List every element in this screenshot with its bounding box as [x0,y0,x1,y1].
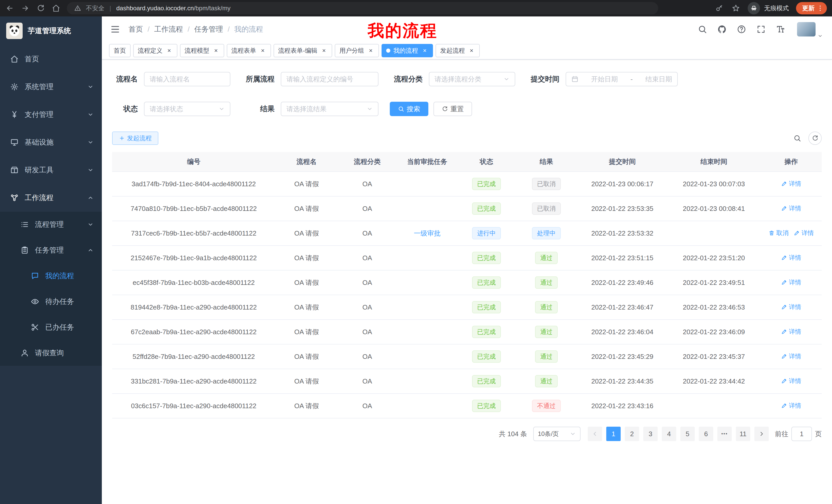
page-button-11[interactable]: 11 [736,427,750,441]
cell-result: 已取消 [515,172,578,196]
prev-page-button[interactable] [588,427,602,441]
page-size-select[interactable]: 10条/页 [533,427,580,441]
browser-back-icon[interactable] [5,4,15,13]
breadcrumb-item[interactable]: 工作流程 [154,24,183,34]
status-select[interactable]: 请选择状态 [144,102,230,116]
security-label: 不安全 [86,4,104,12]
page-content: 流程名所属流程流程分类请选择流程分类提交时间开始日期-结束日期状态请选择状态结果… [102,60,832,504]
tab-user-group[interactable]: 用户分组× [335,44,379,57]
breadcrumb-separator: / [148,25,150,33]
start-process-button[interactable]: 发起流程 [112,132,158,145]
close-icon[interactable]: × [367,47,374,54]
separator: | [109,5,111,12]
next-page-button[interactable] [754,427,769,441]
sidebar-item-infra[interactable]: 基础设施 [0,129,102,156]
page-button-3[interactable]: 3 [643,427,658,441]
refresh-table-button[interactable] [808,132,822,145]
detail-action[interactable]: 详情 [781,179,801,188]
tab-home[interactable]: 首页 [109,44,131,57]
cell-category: OA [338,369,397,394]
cell-result: 通过 [515,319,578,344]
close-icon[interactable]: × [421,47,428,54]
process-name-input[interactable] [150,75,225,83]
cell-status: 已完成 [458,172,515,196]
detail-action[interactable]: 详情 [781,328,801,336]
sidebar-item-system[interactable]: 系统管理 [0,73,102,101]
more-pages-button[interactable]: ••• [717,427,732,441]
tab-label: 流程定义 [138,47,162,55]
submit-time-range[interactable]: 开始日期-结束日期 [566,72,678,86]
fullscreen-icon[interactable] [756,24,766,34]
user-avatar[interactable] [797,22,815,36]
tab-start-process[interactable]: 发起流程× [436,44,480,57]
breadcrumb-item[interactable]: 首页 [129,24,143,34]
sidebar-item-process-mgmt[interactable]: 流程管理 [0,212,102,237]
browser-reload-icon[interactable] [36,4,45,13]
sidebar-item-my-process[interactable]: 我的流程 [0,263,102,289]
tab-process-form[interactable]: 流程表单× [227,44,271,57]
cancel-action[interactable]: 取消 [769,229,788,237]
sidebar-item-workflow[interactable]: 工作流程 [0,184,102,212]
menu-dots-icon[interactable] [815,4,825,13]
password-manager-icon[interactable] [715,4,724,13]
close-icon[interactable]: × [259,47,266,54]
list-icon [21,220,29,229]
hamburger-icon[interactable] [110,24,120,34]
detail-action[interactable]: 详情 [781,278,801,286]
sidebar-item-devtools[interactable]: 研发工具 [0,156,102,184]
cell-name: OA 请假 [275,319,338,344]
detail-action[interactable]: 详情 [781,352,801,360]
detail-action[interactable]: 详情 [781,401,801,410]
close-icon[interactable]: × [165,47,173,54]
page-button-6[interactable]: 6 [699,427,713,441]
goto-page-input[interactable] [791,427,812,441]
page-button-1[interactable]: 1 [606,427,621,441]
sidebar-item-leave-query[interactable]: 请假查询 [0,340,102,366]
tab-process-model[interactable]: 流程模型× [180,44,224,57]
close-icon[interactable]: × [468,47,475,54]
browser-forward-icon[interactable] [21,4,30,13]
search-button[interactable]: 搜索 [390,102,428,116]
tab-my-process[interactable]: 我的流程× [382,44,433,57]
result-select[interactable]: 请选择流结果 [281,102,379,116]
close-icon[interactable]: × [320,47,328,54]
process-definition-input[interactable] [286,75,373,83]
reset-button[interactable]: 重置 [434,102,472,116]
detail-action[interactable]: 详情 [794,229,814,237]
page-button-4[interactable]: 4 [662,427,676,441]
sidebar-item-done-task[interactable]: 已办任务 [0,314,102,340]
header-search-icon[interactable] [697,24,707,34]
page-button-2[interactable]: 2 [625,427,639,441]
help-icon[interactable] [736,24,747,34]
incognito-icon [750,5,757,12]
detail-action[interactable]: 详情 [781,303,801,311]
category-select[interactable]: 请选择流程分类 [429,72,515,86]
github-icon[interactable] [717,24,727,34]
sidebar-item-task-mgmt[interactable]: 任务管理 [0,237,102,263]
bookmark-star-icon[interactable] [731,4,740,13]
status-badge: 通过 [535,326,558,338]
page-button-5[interactable]: 5 [680,427,695,441]
sidebar-item-payment[interactable]: 支付管理 [0,101,102,129]
breadcrumb-separator: / [228,25,230,33]
toggle-search-icon[interactable] [794,134,801,142]
cell-id: 819442e8-7b9a-11ec-a290-acde48001122 [112,295,275,319]
detail-action[interactable]: 详情 [781,204,801,213]
sidebar-item-label: 已办任务 [45,323,74,332]
browser-home-icon[interactable] [51,4,61,13]
cell-end-time: 2022-01-22 23:46:53 [667,295,760,319]
detail-action[interactable]: 详情 [781,254,801,262]
cell-task [397,295,458,319]
update-button[interactable]: 更新 [796,2,827,15]
tab-process-definition[interactable]: 流程定义× [133,44,177,57]
sidebar-item-todo-task[interactable]: 待办任务 [0,289,102,314]
tab-process-form-edit[interactable]: 流程表单-编辑× [274,44,332,57]
close-icon[interactable]: × [212,47,219,54]
detail-action[interactable]: 详情 [781,377,801,385]
font-size-icon[interactable] [775,24,786,34]
breadcrumb-item[interactable]: 任务管理 [194,24,223,34]
sidebar-item-home[interactable]: 首页 [0,45,102,73]
task-link[interactable]: 一级审批 [414,229,440,237]
cell-name: OA 请假 [275,344,338,369]
address-bar[interactable]: 不安全 | dashboard.yudao.iocoder.cn/bpm/tas… [67,2,658,15]
